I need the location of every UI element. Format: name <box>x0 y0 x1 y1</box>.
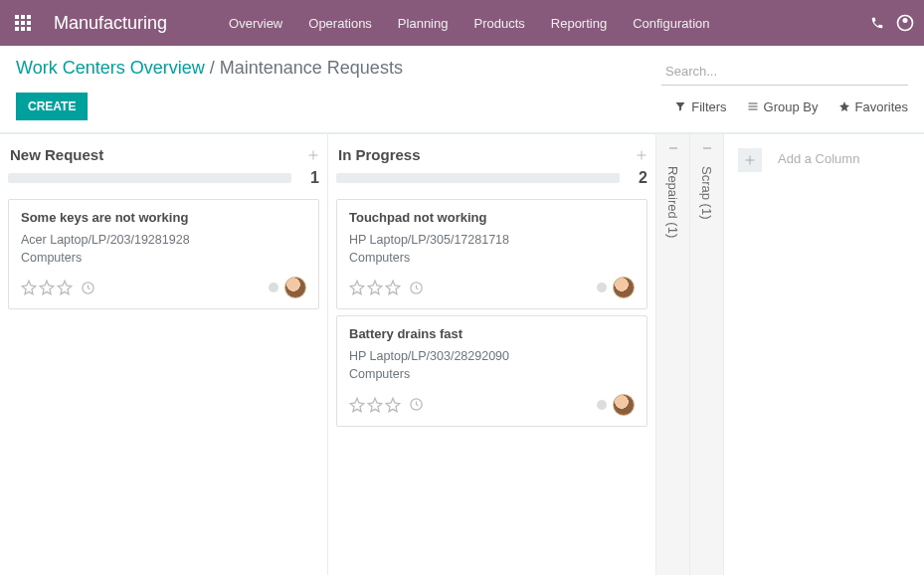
filters-button[interactable]: Filters <box>674 99 726 114</box>
clock-icon <box>81 281 95 295</box>
breadcrumb-parent[interactable]: Work Centers Overview <box>16 58 205 78</box>
card-asset: HP Laptop/LP/305/17281718 <box>349 231 635 249</box>
kanban-card[interactable]: Touchpad not working HP Laptop/LP/305/17… <box>336 199 647 309</box>
card-right-icons <box>597 277 635 298</box>
column-title[interactable]: New Request <box>10 146 103 163</box>
star-outline-icon <box>385 397 401 413</box>
star-outline-icon <box>367 397 383 413</box>
svg-rect-1 <box>21 15 25 19</box>
assignee-avatar[interactable] <box>613 394 635 416</box>
star-outline-icon <box>57 280 73 295</box>
state-dot[interactable] <box>597 283 607 292</box>
svg-rect-16 <box>669 148 677 149</box>
state-dot[interactable] <box>597 400 607 410</box>
star-outline-icon <box>367 280 383 295</box>
progress-row: 2 <box>336 169 647 187</box>
favorites-button[interactable]: Favorites <box>838 99 908 114</box>
nav-item-operations[interactable]: Operations <box>296 2 384 45</box>
nav-item-products[interactable]: Products <box>462 2 536 45</box>
folded-title: Scrap (1) <box>699 166 714 219</box>
filters-label: Filters <box>691 99 726 114</box>
add-column-area: Add a Column <box>724 134 923 575</box>
column-folded-scrap[interactable]: Scrap (1) <box>690 134 724 575</box>
svg-rect-8 <box>27 27 31 31</box>
column-in-progress: In Progress 2 Touchpad not working HP La… <box>328 134 656 575</box>
add-column-label[interactable]: Add a Column <box>778 148 859 166</box>
svg-rect-17 <box>703 148 711 149</box>
priority-stars[interactable] <box>21 280 95 295</box>
breadcrumb-current: Maintenance Requests <box>220 58 403 78</box>
card-right-icons <box>597 394 635 416</box>
plus-icon <box>636 149 647 161</box>
card-asset: Acer Laptop/LP/203/19281928 <box>21 231 306 249</box>
search-area <box>661 58 908 86</box>
column-new-request: New Request 1 Some keys are not working … <box>0 134 328 575</box>
priority-stars[interactable] <box>349 397 424 413</box>
groupby-label: Group By <box>764 99 819 114</box>
column-quick-add[interactable] <box>636 149 647 161</box>
star-outline-icon <box>39 280 55 295</box>
assignee-avatar[interactable] <box>284 277 306 298</box>
svg-rect-7 <box>21 27 25 31</box>
svg-rect-10 <box>748 103 757 104</box>
clock-icon <box>409 281 424 295</box>
breadcrumb: Work Centers Overview / Maintenance Requ… <box>16 58 403 79</box>
phone-icon[interactable] <box>862 16 892 30</box>
minus-icon <box>701 142 713 154</box>
progress-row: 1 <box>8 169 319 187</box>
card-category: Computers <box>349 249 635 267</box>
star-outline-icon <box>349 280 365 295</box>
nav-item-reporting[interactable]: Reporting <box>539 2 619 45</box>
priority-stars[interactable] <box>349 280 424 295</box>
breadcrumb-sep: / <box>210 58 215 78</box>
progress-bar[interactable] <box>8 173 291 183</box>
kanban-card[interactable]: Battery drains fast HP Laptop/LP/303/282… <box>336 315 647 426</box>
svg-rect-6 <box>15 27 19 31</box>
search-input[interactable] <box>661 58 908 86</box>
card-footer <box>21 277 306 298</box>
card-asset: HP Laptop/LP/303/28292090 <box>349 347 635 365</box>
svg-rect-2 <box>27 15 31 19</box>
star-outline-icon <box>21 280 37 295</box>
kanban-card[interactable]: Some keys are not working Acer Laptop/LP… <box>8 199 319 309</box>
svg-rect-3 <box>15 21 19 25</box>
apps-button[interactable] <box>0 0 46 46</box>
add-column-plus[interactable] <box>738 148 762 172</box>
svg-rect-0 <box>15 15 19 19</box>
nav-item-planning[interactable]: Planning <box>386 2 461 45</box>
svg-rect-4 <box>21 21 25 25</box>
column-quick-add[interactable] <box>307 149 319 161</box>
card-title: Touchpad not working <box>349 210 635 225</box>
minus-icon <box>667 142 679 154</box>
card-footer <box>349 277 635 298</box>
column-title[interactable]: In Progress <box>338 146 421 163</box>
app-brand[interactable]: Manufacturing <box>46 13 187 34</box>
apps-icon <box>15 15 31 31</box>
groupby-button[interactable]: Group By <box>747 99 819 114</box>
nav-menu: Overview Operations Planning Products Re… <box>217 2 721 45</box>
svg-rect-11 <box>748 106 757 107</box>
kanban-board: New Request 1 Some keys are not working … <box>0 133 924 575</box>
plus-icon <box>307 149 319 161</box>
list-icon <box>747 100 759 112</box>
chat-icon[interactable] <box>892 10 918 36</box>
column-count: 2 <box>630 169 647 187</box>
assignee-avatar[interactable] <box>613 277 635 298</box>
card-title: Battery drains fast <box>349 326 635 341</box>
favorites-label: Favorites <box>855 99 908 114</box>
folded-title: Repaired (1) <box>665 166 680 238</box>
card-right-icons <box>269 277 306 298</box>
column-header: New Request <box>8 142 319 169</box>
actions-row: Create Filters Group By Favorites <box>0 87 924 133</box>
create-button[interactable]: Create <box>16 93 88 120</box>
state-dot[interactable] <box>269 283 278 292</box>
nav-item-overview[interactable]: Overview <box>217 2 294 45</box>
card-category: Computers <box>349 365 635 383</box>
column-folded-repaired[interactable]: Repaired (1) <box>656 134 690 575</box>
star-icon <box>838 100 850 112</box>
star-outline-icon <box>385 280 401 295</box>
progress-bar[interactable] <box>336 173 620 183</box>
top-nav: Manufacturing Overview Operations Planni… <box>0 0 924 46</box>
nav-item-configuration[interactable]: Configuration <box>621 2 721 45</box>
svg-rect-5 <box>27 21 31 25</box>
